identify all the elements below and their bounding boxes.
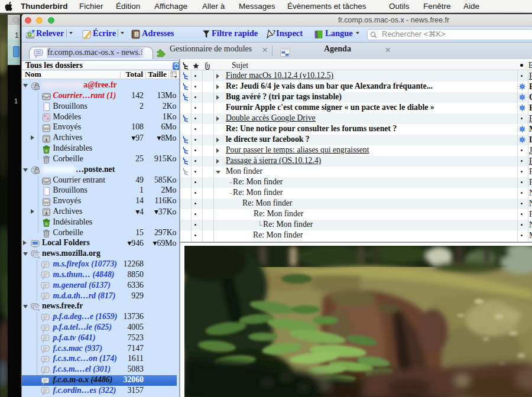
svg-text:?: ? xyxy=(273,29,276,35)
